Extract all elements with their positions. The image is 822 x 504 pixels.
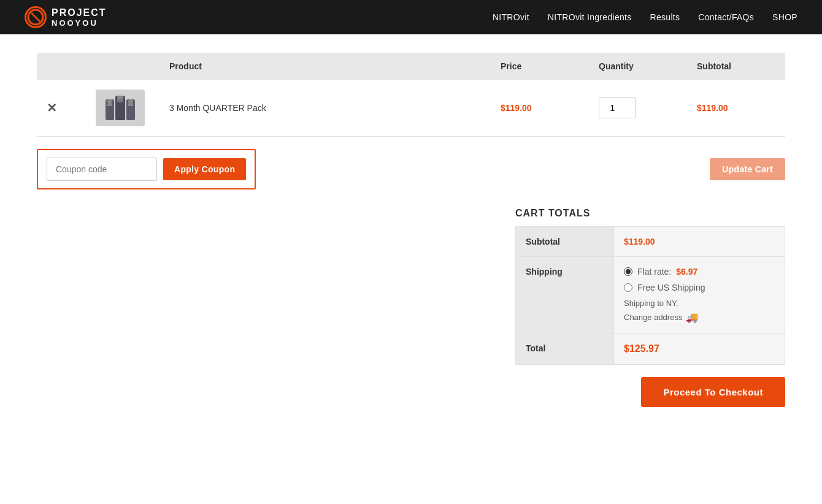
nav-links: NITROvit NITROvit Ingredients Results Co… — [493, 12, 797, 22]
price-cell: $119.00 — [491, 80, 589, 137]
proceed-to-checkout-button[interactable]: Proceed To Checkout — [641, 377, 785, 407]
header-subtotal: Subtotal — [687, 53, 785, 80]
flat-rate-radio[interactable] — [624, 267, 632, 276]
bottle-group — [106, 96, 135, 120]
header-quantity: Quantity — [589, 53, 687, 80]
flat-rate-option: Flat rate: $6.97 — [624, 267, 775, 277]
header-product: Product — [159, 53, 491, 80]
cart-totals-title: CART TOTALS — [515, 208, 785, 219]
cart-table: Product Price Quantity Subtotal ✕ — [37, 53, 785, 137]
truck-icon: 🚚 — [686, 311, 698, 323]
apply-coupon-button[interactable]: Apply Coupon — [163, 158, 246, 180]
flat-rate-label: Flat rate: — [637, 267, 671, 277]
change-address-label: Change address — [624, 313, 682, 322]
logo-text: PROJECT NOOYOU — [52, 7, 107, 28]
change-address[interactable]: Change address 🚚 — [624, 311, 775, 323]
logo: PROJECT NOOYOU — [25, 6, 107, 28]
cart-totals-wrapper: CART TOTALS Subtotal $119.00 Shipping — [37, 208, 785, 407]
free-shipping-radio[interactable] — [624, 283, 632, 292]
shipping-row: Shipping Flat rate: $6.97 Free US Shippi… — [516, 257, 785, 334]
nav-nitrovit[interactable]: NITROvit — [493, 12, 529, 22]
nav-contact-faqs[interactable]: Contact/FAQs — [698, 12, 754, 22]
quantity-cell — [589, 80, 687, 137]
free-shipping-label: Free US Shipping — [637, 283, 705, 292]
remove-cell: ✕ — [37, 80, 86, 137]
cart-totals: CART TOTALS Subtotal $119.00 Shipping — [515, 208, 785, 407]
remove-item-button[interactable]: ✕ — [47, 101, 57, 115]
logo-circle — [25, 6, 47, 28]
product-name: 3 Month QUARTER Pack — [169, 103, 266, 113]
subtotal-cell: $119.00 — [687, 80, 785, 137]
coupon-update-row: Apply Coupon Update Cart — [37, 149, 785, 189]
update-cart-button[interactable]: Update Cart — [710, 158, 785, 180]
nav-nitrovit-ingredients[interactable]: NITROvit Ingredients — [548, 12, 632, 22]
main-content: Product Price Quantity Subtotal ✕ — [0, 34, 822, 426]
svg-line-1 — [31, 13, 40, 21]
product-name-cell: 3 Month QUARTER Pack — [159, 80, 491, 137]
free-shipping-option: Free US Shipping — [624, 283, 775, 292]
product-price: $119.00 — [501, 103, 532, 113]
shipping-label: Shipping — [516, 257, 614, 334]
image-cell — [86, 80, 159, 137]
total-row: Total $125.97 — [516, 334, 785, 365]
nav-shop[interactable]: SHOP — [772, 12, 797, 22]
shipping-value-cell: Flat rate: $6.97 Free US Shipping Shippi… — [614, 257, 785, 334]
table-row: ✕ — [37, 80, 785, 137]
header-image — [86, 53, 159, 80]
subtotal-value: $119.00 — [614, 227, 785, 257]
header-remove — [37, 53, 86, 80]
subtotal-row: Subtotal $119.00 — [516, 227, 785, 257]
product-subtotal: $119.00 — [697, 103, 728, 113]
navbar: PROJECT NOOYOU NITROvit NITROvit Ingredi… — [0, 0, 822, 34]
quantity-input[interactable] — [599, 97, 636, 118]
coupon-input[interactable] — [47, 158, 157, 181]
checkout-wrapper: Proceed To Checkout — [515, 377, 785, 407]
shipping-to: Shipping to NY. — [624, 299, 775, 308]
total-value: $125.97 — [614, 334, 785, 365]
header-price: Price — [491, 53, 589, 80]
total-label: Total — [516, 334, 614, 365]
coupon-section: Apply Coupon — [37, 149, 256, 189]
flat-rate-value: $6.97 — [676, 267, 697, 277]
subtotal-label: Subtotal — [516, 227, 614, 257]
totals-table: Subtotal $119.00 Shipping Flat rate: $ — [515, 226, 785, 365]
total-amount: $125.97 — [624, 343, 659, 354]
product-image — [96, 90, 145, 126]
table-header-row: Product Price Quantity Subtotal — [37, 53, 785, 80]
nav-results[interactable]: Results — [650, 12, 680, 22]
